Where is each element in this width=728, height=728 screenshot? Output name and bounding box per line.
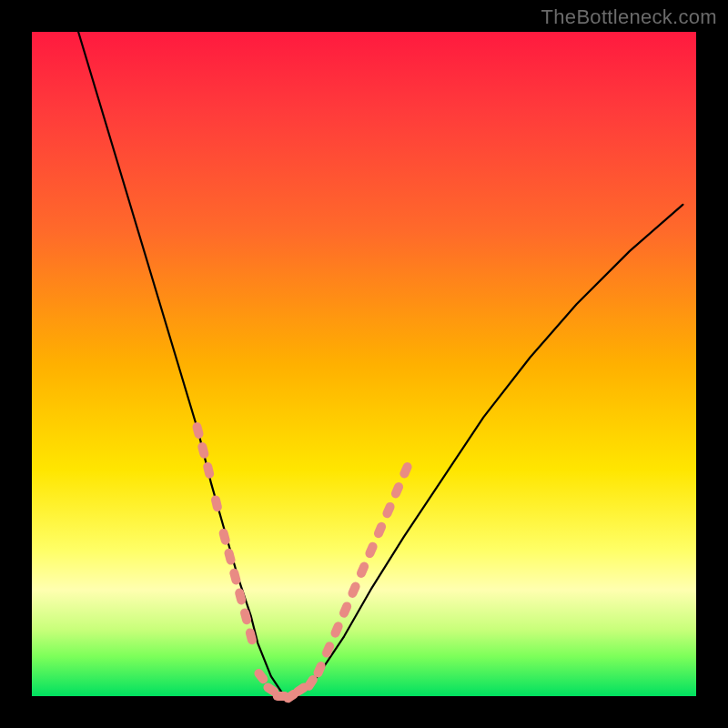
- scatter-dot: [191, 421, 204, 440]
- chart-svg: [32, 32, 696, 696]
- scatter-dot: [364, 541, 379, 559]
- scatter-dot: [252, 667, 269, 685]
- scatter-dot: [234, 588, 247, 606]
- scatter-dot: [399, 461, 413, 480]
- scatter-layer: [191, 421, 413, 704]
- scatter-dot: [202, 461, 215, 480]
- scatter-dot: [381, 500, 396, 519]
- watermark-text: TheBottleneck.com: [541, 5, 717, 29]
- scatter-dot: [320, 641, 335, 659]
- scatter-dot: [210, 494, 223, 512]
- scatter-dot: [389, 480, 404, 499]
- bottleneck-curve-path: [78, 32, 682, 696]
- scatter-dot: [245, 627, 258, 645]
- scatter-dot: [239, 607, 252, 625]
- scatter-dot: [338, 601, 352, 619]
- scatter-dot: [197, 441, 209, 460]
- outer-frame: TheBottleneck.com: [0, 0, 728, 728]
- scatter-dot: [347, 581, 361, 599]
- scatter-dot: [329, 621, 344, 639]
- plot-area: [32, 32, 696, 696]
- scatter-dot: [372, 521, 387, 539]
- scatter-dot: [355, 561, 369, 579]
